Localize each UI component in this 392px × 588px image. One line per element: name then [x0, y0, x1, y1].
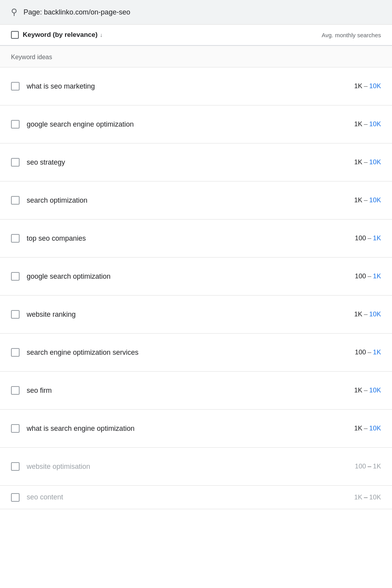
- row-searches-8: 1K – 10K: [282, 387, 392, 394]
- row-checkbox-11[interactable]: [11, 493, 20, 502]
- table-row[interactable]: seo content 1K – 10K: [0, 486, 392, 509]
- row-checkbox-6[interactable]: [11, 310, 20, 319]
- row-keyword-text-9: what is search engine optimization: [27, 425, 134, 433]
- search-icon: ⚲: [11, 7, 17, 17]
- row-checkbox-3[interactable]: [11, 196, 20, 205]
- row-searches-5: 100 – 1K: [282, 272, 392, 280]
- row-searches-7: 100 – 1K: [282, 348, 392, 356]
- row-keyword-text-6: website ranking: [27, 310, 76, 319]
- row-keyword-text-4: top seo companies: [27, 234, 86, 243]
- table-row[interactable]: search engine optimization services 100 …: [0, 334, 392, 372]
- row-checkbox-9[interactable]: [11, 424, 20, 433]
- table-row[interactable]: website ranking 1K – 10K: [0, 296, 392, 334]
- row-searches-0: 1K – 10K: [282, 82, 392, 90]
- row-checkbox-10[interactable]: [11, 462, 20, 471]
- row-checkbox-8[interactable]: [11, 386, 20, 395]
- row-searches-4: 100 – 1K: [282, 234, 392, 242]
- keyword-rows: what is seo marketing 1K – 10K google se…: [0, 67, 392, 509]
- table-row[interactable]: google search optimization 100 – 1K: [0, 258, 392, 296]
- row-keyword-text-0: what is seo marketing: [27, 82, 95, 91]
- row-searches-10: 100 – 1K: [282, 463, 392, 470]
- table-row[interactable]: google search engine optimization 1K – 1…: [0, 105, 392, 143]
- row-searches-6: 1K – 10K: [282, 310, 392, 318]
- table-row[interactable]: what is search engine optimization 1K – …: [0, 410, 392, 448]
- table-row[interactable]: seo firm 1K – 10K: [0, 372, 392, 410]
- row-keyword-text-8: seo firm: [27, 387, 52, 395]
- row-searches-1: 1K – 10K: [282, 120, 392, 128]
- searches-column-header: Avg. monthly searches: [282, 31, 392, 39]
- keyword-ideas-section-label: Keyword ideas: [0, 46, 392, 67]
- table-row[interactable]: search optimization 1K – 10K: [0, 181, 392, 220]
- row-keyword-text-10: website optimisation: [27, 463, 90, 471]
- row-searches-3: 1K – 10K: [282, 196, 392, 204]
- row-checkbox-0[interactable]: [11, 82, 20, 91]
- table-row[interactable]: seo strategy 1K – 10K: [0, 143, 392, 181]
- row-keyword-text-3: search optimization: [27, 196, 87, 205]
- search-bar-text: Page: backlinko.com/on-page-seo: [24, 8, 130, 16]
- table-header: Keyword (by relevance) ↓ Avg. monthly se…: [0, 25, 392, 46]
- table-row[interactable]: top seo companies 100 – 1K: [0, 220, 392, 258]
- row-keyword-text-5: google search optimization: [27, 272, 111, 281]
- keyword-table: Keyword (by relevance) ↓ Avg. monthly se…: [0, 25, 392, 509]
- row-searches-11: 1K – 10K: [282, 494, 392, 501]
- row-keyword-text-1: google search engine optimization: [27, 120, 134, 129]
- sort-arrow-icon[interactable]: ↓: [100, 32, 103, 38]
- keyword-column-header: Keyword (by relevance) ↓: [23, 31, 103, 39]
- row-checkbox-5[interactable]: [11, 272, 20, 281]
- row-checkbox-4[interactable]: [11, 234, 20, 243]
- row-checkbox-2[interactable]: [11, 158, 20, 167]
- row-keyword-text-2: seo strategy: [27, 158, 65, 167]
- select-all-checkbox[interactable]: [11, 31, 19, 39]
- row-searches-2: 1K – 10K: [282, 158, 392, 166]
- row-keyword-text-11: seo content: [27, 493, 63, 501]
- row-keyword-text-7: search engine optimization services: [27, 348, 138, 357]
- row-searches-9: 1K – 10K: [282, 425, 392, 432]
- search-bar[interactable]: ⚲ Page: backlinko.com/on-page-seo: [0, 0, 392, 25]
- table-row[interactable]: website optimisation 100 – 1K: [0, 448, 392, 486]
- table-row[interactable]: what is seo marketing 1K – 10K: [0, 67, 392, 105]
- row-checkbox-1[interactable]: [11, 120, 20, 129]
- row-checkbox-7[interactable]: [11, 348, 20, 357]
